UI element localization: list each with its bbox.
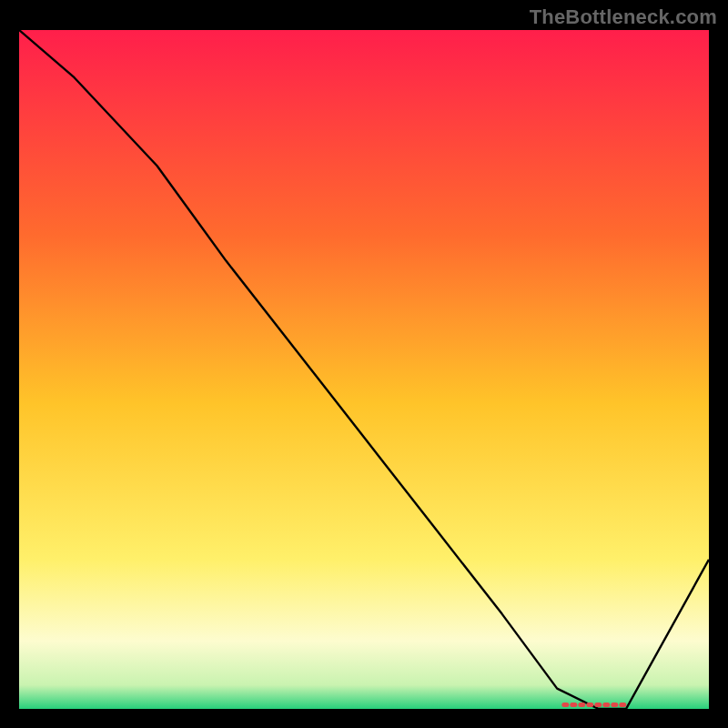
- chart-svg: [19, 30, 709, 709]
- gradient-background: [19, 30, 709, 709]
- chart-stage: TheBottleneck.com: [0, 0, 728, 728]
- watermark: TheBottleneck.com: [530, 5, 717, 29]
- plot-frame: [16, 27, 712, 712]
